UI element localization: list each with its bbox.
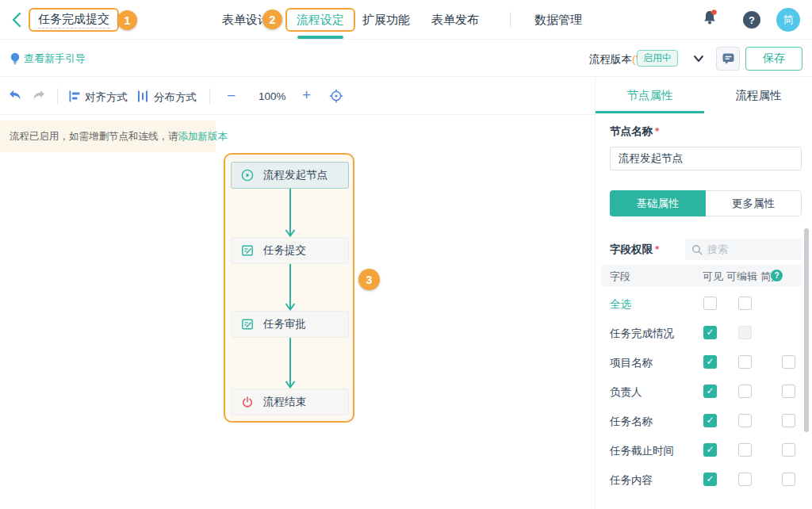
required-mark: * <box>655 243 659 255</box>
bulb-icon <box>10 52 21 69</box>
visible-checkbox[interactable]: ✓ <box>703 414 717 427</box>
back-icon[interactable] <box>10 11 25 29</box>
flow-connector <box>285 264 296 311</box>
editable-checkbox[interactable] <box>738 443 752 457</box>
required-mark: * <box>655 125 659 137</box>
locate-icon[interactable] <box>329 89 343 106</box>
report-help-icon[interactable]: ? <box>771 270 783 281</box>
report-checkbox[interactable] <box>782 443 795 457</box>
visible-checkbox[interactable]: ✓ <box>703 355 717 369</box>
form-icon <box>241 244 254 257</box>
report-checkbox[interactable] <box>782 414 795 427</box>
step-badge-1: 1 <box>117 10 137 30</box>
play-icon <box>241 169 254 182</box>
table-row: 任务名称✓ <box>596 407 812 436</box>
tab-flow-properties[interactable]: 流程属性 <box>704 77 812 113</box>
node-name-input[interactable] <box>610 147 802 170</box>
properties-panel: 节点属性 流程属性 节点名称* 基础属性 更多属性 字段权限* 字段 可见 可编… <box>595 77 812 509</box>
table-row: 负责人✓ <box>596 377 812 407</box>
flow-connector <box>285 189 296 237</box>
flow-node-end[interactable]: 流程结束 <box>231 388 349 415</box>
field-label: 任务截止时间 <box>610 444 674 458</box>
field-table-header: 字段 可见 可编辑 简报 ? <box>601 265 802 286</box>
field-search-box[interactable] <box>685 239 802 260</box>
visible-checkbox[interactable]: ✓ <box>703 385 717 398</box>
panel-tab-underline <box>596 111 704 113</box>
subtab-basic-properties[interactable]: 基础属性 <box>610 190 706 216</box>
editable-checkbox[interactable] <box>738 385 752 398</box>
editable-checkbox[interactable] <box>738 473 752 486</box>
header-divider <box>510 12 511 28</box>
flow-connector <box>285 338 296 388</box>
add-version-link[interactable]: 添加新版本 <box>178 130 228 144</box>
chevron-down-icon[interactable] <box>691 52 706 68</box>
guide-link[interactable]: 查看新手引导 <box>24 52 86 66</box>
notification-bell-icon[interactable] <box>702 9 719 31</box>
table-row: 任务截止时间✓ <box>596 436 812 465</box>
editable-checkbox <box>738 326 752 339</box>
zoom-in-button[interactable]: + <box>302 87 311 102</box>
form-icon <box>241 318 254 331</box>
redo-icon[interactable] <box>32 89 46 105</box>
subtab-group: 基础属性 更多属性 <box>610 190 802 216</box>
panel-tabs: 节点属性 流程属性 <box>596 77 812 113</box>
field-search-input[interactable] <box>707 243 787 255</box>
subtab-more-properties[interactable]: 更多属性 <box>706 190 802 216</box>
flow-enabled-notice: 流程已启用，如需增删节点和连线，请添加新版本 <box>0 121 216 152</box>
report-checkbox[interactable] <box>782 355 795 369</box>
tab-form-publish[interactable]: 表单发布 <box>431 13 479 28</box>
report-checkbox[interactable] <box>782 473 795 486</box>
flow-node-start[interactable]: 流程发起节点 <box>231 162 349 189</box>
align-label[interactable]: 对齐方式 <box>85 90 128 105</box>
toolbar-divider-2 <box>209 88 210 104</box>
node-name-label: 节点名称* <box>610 124 659 139</box>
status-badge: 启用中 <box>637 50 678 67</box>
zoom-level: 100% <box>259 90 286 102</box>
app-root: 任务完成提交 1 表单设计 2 流程设定 扩展功能 表单发布 数据管理 ? 简 <box>0 0 812 509</box>
table-row: 项目名称✓ <box>596 348 812 377</box>
align-icon[interactable] <box>68 90 81 105</box>
undo-icon[interactable] <box>8 89 22 105</box>
editable-checkbox[interactable] <box>738 297 752 310</box>
help-icon[interactable]: ? <box>743 11 760 29</box>
comment-icon <box>722 52 735 65</box>
col-visible: 可见 <box>703 270 723 284</box>
visible-checkbox[interactable] <box>703 297 717 310</box>
table-row: 任务内容✓ <box>596 465 812 495</box>
distribute-icon[interactable] <box>136 90 149 105</box>
search-icon <box>691 244 703 255</box>
avatar[interactable]: 简 <box>776 8 800 32</box>
report-checkbox[interactable] <box>782 385 795 398</box>
visible-checkbox[interactable]: ✓ <box>703 326 717 339</box>
flow-node-task-approve[interactable]: 任务审批 <box>231 311 349 338</box>
col-field: 字段 <box>610 270 630 284</box>
field-table-rows: 全选任务完成情况✓项目名称✓负责人✓任务名称✓任务截止时间✓任务内容✓ <box>596 289 812 495</box>
field-label: 项目名称 <box>610 356 653 370</box>
power-icon <box>241 396 254 408</box>
tab-node-properties[interactable]: 节点属性 <box>596 77 704 113</box>
flow-highlight-box: 流程发起节点 任务提交 <box>224 153 354 423</box>
top-header: 任务完成提交 1 表单设计 2 流程设定 扩展功能 表单发布 数据管理 ? 简 <box>0 0 812 40</box>
select-all-link[interactable]: 全选 <box>610 297 631 312</box>
flow-node-task-submit[interactable]: 任务提交 <box>231 237 349 264</box>
editable-checkbox[interactable] <box>738 414 752 427</box>
field-label: 任务名称 <box>610 415 653 429</box>
tab-data-management[interactable]: 数据管理 <box>534 13 582 28</box>
field-label: 负责人 <box>610 385 642 400</box>
comment-button[interactable] <box>716 47 740 71</box>
field-label: 任务内容 <box>610 473 653 488</box>
form-title-box[interactable]: 任务完成提交 <box>29 8 119 32</box>
zoom-out-button[interactable]: − <box>227 88 236 103</box>
flow-canvas[interactable]: 流程已启用，如需增删节点和连线，请添加新版本 流程发起节点 <box>0 115 595 509</box>
step-badge-3: 3 <box>358 269 380 290</box>
distribute-label[interactable]: 分布方式 <box>154 90 197 105</box>
save-button[interactable]: 保存 <box>745 47 802 71</box>
active-tab-underline <box>297 36 343 39</box>
editable-checkbox[interactable] <box>738 355 752 369</box>
panel-scrollbar[interactable] <box>804 228 809 432</box>
visible-checkbox[interactable]: ✓ <box>703 443 717 457</box>
tab-flow-settings[interactable]: 流程设定 <box>285 8 355 32</box>
tab-extensions[interactable]: 扩展功能 <box>362 13 410 28</box>
visible-checkbox[interactable]: ✓ <box>703 473 717 486</box>
col-editable: 可编辑 <box>726 270 757 284</box>
